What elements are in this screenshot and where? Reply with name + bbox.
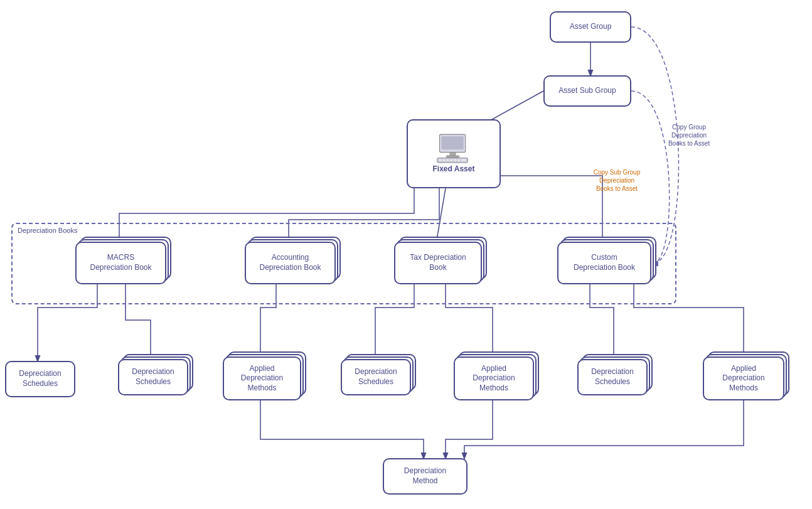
svg-rect-10 — [446, 159, 449, 161]
svg-rect-6 — [446, 156, 459, 158]
dep-sched-2-node: Depreciation Schedules — [118, 359, 188, 395]
tax-node: Tax Depreciation Book — [394, 242, 482, 284]
dep-method-node: Depreciation Method — [383, 458, 467, 495]
dep-sched-1-node: Depreciation Schedules — [5, 361, 75, 397]
fixed-asset-label: Fixed Asset — [433, 164, 475, 174]
computer-icon — [435, 133, 473, 164]
depreciation-books-label: Depreciation Books — [18, 227, 77, 234]
copy-group-annotation: Copy Group Depreciation Books to Asset — [651, 123, 727, 147]
svg-rect-8 — [439, 159, 442, 161]
svg-rect-12 — [454, 159, 457, 161]
svg-rect-11 — [450, 159, 453, 161]
asset-group-node: Asset Group — [550, 11, 631, 43]
dep-sched-3-node: Depreciation Schedules — [341, 359, 411, 395]
custom-node: Custom Depreciation Book — [557, 242, 651, 284]
asset-sub-group-node: Asset Sub Group — [543, 75, 631, 107]
macrs-node: MACRS Depreciation Book — [75, 242, 166, 284]
fixed-asset-node: Fixed Asset — [407, 119, 501, 188]
applied-dep-2-node: Applied Depreciation Methods — [454, 356, 534, 400]
dep-sched-4-node: Depreciation Schedules — [577, 359, 648, 395]
svg-rect-9 — [442, 159, 446, 161]
applied-dep-3-node: Applied Depreciation Methods — [703, 356, 784, 400]
applied-dep-1-node: Applied Depreciation Methods — [223, 356, 301, 400]
svg-rect-13 — [457, 159, 461, 161]
diagram: Depreciation Books Asset Group Asset Sub… — [0, 0, 812, 509]
svg-rect-4 — [442, 136, 464, 149]
svg-rect-14 — [461, 159, 466, 161]
accounting-node: Accounting Depreciation Book — [245, 242, 336, 284]
copy-sub-group-annotation: Copy Sub Group Depreciation Books to Ass… — [576, 168, 658, 193]
